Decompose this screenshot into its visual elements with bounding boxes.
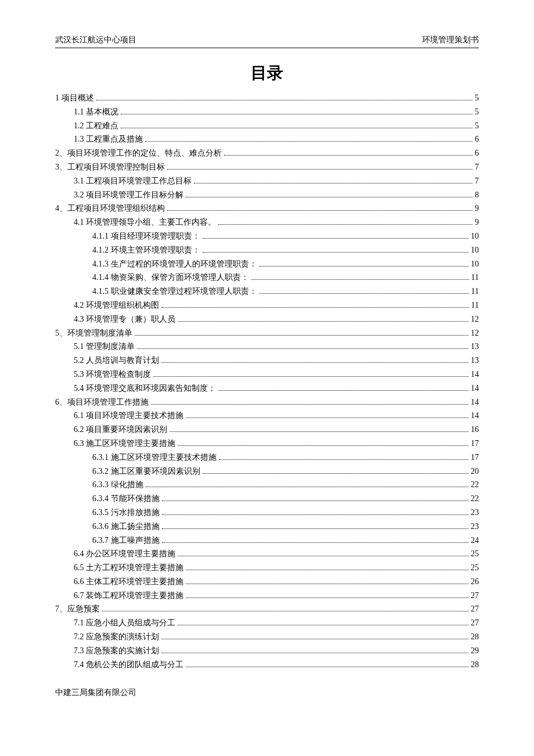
toc-entry-page: 13 (471, 354, 479, 368)
toc-entry[interactable]: 7.3 应急预案的实施计划29 (55, 644, 479, 658)
toc-entry[interactable]: 4.1.2 环境主管环境管理职责：10 (55, 243, 479, 257)
toc-entry-page: 25 (471, 561, 479, 575)
toc-entry-page: 27 (471, 589, 479, 603)
toc-entry-page: 23 (471, 506, 479, 520)
toc-entry[interactable]: 6.3.7 施工噪声措施24 (55, 534, 479, 548)
toc-entry-page: 10 (471, 243, 479, 257)
toc-entry[interactable]: 6.4 办公区环境管理主要措施25 (55, 547, 479, 561)
toc-leader-dots (169, 424, 468, 433)
toc-entry[interactable]: 6.7 装饰工程环境管理主要措施27 (55, 589, 479, 603)
toc-entry-page: 14 (471, 395, 479, 409)
toc-entry[interactable]: 1.3 工程重点及措施6 (55, 132, 479, 146)
toc-entry-label: 1.1 基本概况 (74, 105, 118, 119)
toc-entry[interactable]: 5、环境管理制度清单12 (55, 326, 479, 340)
toc-entry[interactable]: 1.2 工程难点5 (55, 119, 479, 133)
toc-entry-page: 13 (471, 340, 479, 354)
toc-entry-label: 5.3 环境管理检查制度 (74, 368, 151, 381)
toc-leader-dots (135, 327, 468, 336)
toc-entry-label: 7、应急预案 (55, 602, 100, 616)
toc-entry[interactable]: 6.3.4 节能环保措施22 (55, 492, 479, 506)
toc-entry[interactable]: 4.1 环境管理领导小组、主要工作内容。9 (55, 215, 479, 229)
toc-leader-dots (145, 134, 472, 142)
toc-entry-label: 7.1 应急小组人员组成与分工 (74, 616, 175, 630)
toc-entry-page: 26 (471, 575, 479, 589)
page-header: 武汉长江航运中心项目 环境管理策划书 (55, 35, 479, 48)
toc-entry-label: 4.1.4 物资采购、保管方面环境管理人职责： (92, 271, 249, 285)
toc-entry[interactable]: 6.6 主体工程环境管理主要措施26 (55, 575, 479, 589)
toc-entry[interactable]: 4.3 环境管理专（兼）职人员12 (55, 312, 479, 326)
toc-leader-dots (218, 383, 468, 391)
toc-entry[interactable]: 6.3.2 施工区重要环境因素识别20 (55, 465, 479, 478)
toc-entry-label: 6.5 土方工程环境管理主要措施 (74, 561, 183, 575)
toc-entry-label: 3、工程项目环境管理控制目标 (55, 160, 165, 174)
toc-entry[interactable]: 6.3.1 施工区环境管理主要技术措施17 (55, 451, 479, 465)
toc-entry-page: 17 (471, 437, 479, 451)
toc-leader-dots (151, 397, 468, 405)
toc-entry[interactable]: 6.3.5 污水排放措施23 (55, 506, 479, 520)
toc-entry-label: 4.1.3 生产过程的环境管理人的环境管理职责： (92, 257, 257, 271)
toc-entry[interactable]: 7.4 危机公关的团队组成与分工28 (55, 658, 479, 672)
toc-leader-dots (137, 341, 468, 350)
page-footer: 中建三局集团有限公司 (55, 687, 479, 698)
toc-entry-label: 6.3.4 节能环保措施 (92, 492, 160, 506)
toc-entry[interactable]: 3.2 项目环境管理工作目标分解8 (55, 188, 479, 202)
header-right: 环境管理策划书 (422, 35, 479, 45)
toc-leader-dots (167, 203, 472, 211)
toc-entry[interactable]: 5.2 人员培训与教育计划13 (55, 354, 479, 368)
toc-leader-dots (178, 549, 468, 557)
toc-entry[interactable]: 2、项目环境管理工作的定位、特点、难点分析6 (55, 146, 479, 160)
toc-entry[interactable]: 7.1 应急小组人员组成与分工27 (55, 616, 479, 630)
toc-entry-label: 6.3.6 施工扬尘措施 (92, 520, 160, 534)
toc-entry[interactable]: 1 项目概述5 (55, 91, 479, 105)
header-left: 武汉长江航运中心项目 (55, 35, 136, 45)
toc-entry[interactable]: 4、工程项目环境管理组织结构9 (55, 201, 479, 215)
toc-entry-label: 6.6 主体工程环境管理主要措施 (74, 575, 183, 589)
toc-entry-page: 5 (475, 105, 479, 119)
toc-entry-page: 9 (475, 215, 479, 229)
toc-entry-label: 1.3 工程重点及措施 (74, 132, 143, 146)
toc-entry[interactable]: 6.3.3 绿化措施22 (55, 478, 479, 492)
toc-entry[interactable]: 6、项目环境管理工作措施14 (55, 395, 479, 409)
toc-entry-page: 5 (475, 119, 479, 133)
toc-leader-dots (162, 535, 469, 543)
toc-leader-dots (186, 189, 472, 197)
toc-entry-page: 12 (471, 312, 479, 326)
toc-entry[interactable]: 5.1 管理制度清单13 (55, 340, 479, 354)
toc-entry-label: 7.3 应急预案的实施计划 (74, 644, 159, 658)
toc-leader-dots (162, 521, 469, 529)
toc-leader-dots (162, 507, 469, 515)
toc-leader-dots (121, 106, 472, 114)
toc-leader-dots (251, 272, 469, 280)
toc-entry[interactable]: 6.1 项目环境管理主要技术措施14 (55, 409, 479, 423)
toc-leader-dots (96, 92, 473, 100)
toc-leader-dots (186, 659, 468, 667)
toc-entry-label: 6.4 办公区环境管理主要措施 (74, 547, 175, 561)
toc-entry[interactable]: 6.3.6 施工扬尘措施23 (55, 520, 479, 534)
toc-entry-page: 20 (471, 465, 479, 478)
toc-entry[interactable]: 1.1 基本概况5 (55, 105, 479, 119)
toc-entry[interactable]: 4.1.4 物资采购、保管方面环境管理人职责：11 (55, 271, 479, 285)
toc-entry-label: 6.3.1 施工区环境管理主要技术措施 (92, 451, 217, 465)
toc-entry[interactable]: 6.2 项目重要环境因素识别16 (55, 423, 479, 437)
toc-entry[interactable]: 3、工程项目环境管理控制目标7 (55, 160, 479, 174)
toc-entry[interactable]: 4.2 环境管理组织机构图11 (55, 298, 479, 312)
toc-entry-label: 6.1 项目环境管理主要技术措施 (74, 409, 183, 423)
toc-entry-page: 6 (475, 132, 479, 146)
toc-entry[interactable]: 6.5 土方工程环境管理主要措施25 (55, 561, 479, 575)
toc-entry[interactable]: 4.1.3 生产过程的环境管理人的环境管理职责：10 (55, 257, 479, 271)
toc-entry-page: 9 (475, 201, 479, 215)
toc-entry-label: 3.1 工程项目环境管理工作总目标 (74, 174, 192, 188)
toc-entry[interactable]: 3.1 工程项目环境管理工作总目标7 (55, 174, 479, 188)
toc-entry[interactable]: 4.1.1 项目经理环境管理职责：10 (55, 229, 479, 243)
toc-entry[interactable]: 7、应急预案27 (55, 602, 479, 616)
toc-entry[interactable]: 6.3 施工区环境管理主要措施17 (55, 437, 479, 451)
toc-entry-page: 17 (471, 451, 479, 465)
toc-leader-dots (186, 411, 468, 419)
toc-entry[interactable]: 5.3 环境管理检查制度14 (55, 368, 479, 381)
toc-entry-page: 23 (471, 520, 479, 534)
toc-entry-page: 29 (471, 644, 479, 658)
toc-entry[interactable]: 7.2 应急预案的演练计划28 (55, 630, 479, 644)
toc-entry[interactable]: 4.1.5 职业健康安全管理过程环境管理人职责：11 (55, 285, 479, 298)
toc-entry[interactable]: 5.4 环境管理交底和环境因素告知制度；14 (55, 381, 479, 395)
toc-entry-label: 4.1 环境管理领导小组、主要工作内容。 (74, 215, 216, 229)
